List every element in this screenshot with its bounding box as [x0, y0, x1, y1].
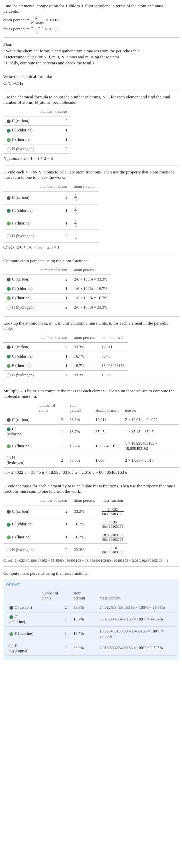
- table-row: Cl (chlorine) 1 1/6 × 100% = 16.7%: [3, 284, 111, 293]
- atom-percent: 1/6 × 100% = 16.7%: [71, 293, 111, 303]
- circle-icon: [9, 644, 13, 648]
- circle-icon: [9, 632, 13, 636]
- table-row: F (fluorine) 1 16.7% 18.998403163 1 × 18…: [3, 439, 179, 453]
- col-natoms: number of atoms: [37, 496, 71, 505]
- table-row: Cl (chlorine) 1 16: [3, 204, 99, 217]
- atom-percent: 2/6 × 100% = 33.3%: [71, 275, 111, 284]
- frac-num: 35.45: [102, 520, 124, 524]
- atom-count: 2: [37, 145, 71, 154]
- circle-icon: [7, 345, 11, 349]
- atom-count: 1: [37, 518, 71, 531]
- fraction-icon: N_i N_atoms: [30, 16, 45, 24]
- atom-percent: 16.7%: [70, 626, 96, 641]
- mass-fraction-table: number of atoms atom percent mass fracti…: [3, 496, 128, 556]
- element-name: C (carbon): [12, 118, 29, 123]
- table-row: Cl (chlorine) 1 16.7% 35.45: [3, 352, 128, 361]
- frac-den: 6: [74, 236, 77, 240]
- atom-percent: 16.7%: [71, 352, 98, 361]
- mass-table: number of atoms atom percent atomic mass…: [3, 401, 179, 468]
- mass-calc: 1 × 35.45 = 35.45: [122, 425, 179, 439]
- col-atompercent: atom percent: [71, 333, 98, 343]
- col-massfraction: mass fraction: [98, 496, 128, 505]
- answer-box: Answer: number of atoms atom percent mas…: [3, 579, 179, 660]
- atom-count: 1: [35, 425, 66, 439]
- circle-icon: [7, 119, 11, 123]
- table-row: F (fluorine) 1 16: [3, 217, 99, 229]
- circle-icon: [7, 364, 11, 368]
- atom-count: 2: [37, 229, 71, 242]
- frac-den: 80.486403163: [102, 550, 124, 554]
- atomic-mass: 18.998403163: [98, 361, 128, 371]
- atom-percent: 33.3%: [70, 641, 96, 655]
- mass-calc: 2 × 12.011 = 24.022: [122, 415, 179, 425]
- table-row: F (fluorine) 1 16.7% 18.998403163: [3, 361, 128, 371]
- atom-count: 2: [38, 603, 70, 612]
- check-mass-fractions: Check: 24.022/80.486403163 + 35.45/80.48…: [3, 558, 179, 562]
- divider: [3, 566, 179, 567]
- circle-icon: [7, 427, 11, 431]
- fraction-icon: 2.01680.486403163: [102, 546, 124, 554]
- mass-percent: 2.016/80.486403163 × 100% = 2.505%: [96, 641, 176, 655]
- circle-icon: [7, 129, 11, 133]
- fraction-icon: 16: [74, 207, 77, 215]
- chemical-formula: CFCl=CH₂: [3, 81, 179, 86]
- circle-icon: [7, 373, 11, 377]
- mass-calc: 1 × 18.998403163 = 18.998403163: [122, 439, 179, 453]
- circle-icon: [7, 148, 11, 151]
- fraction-icon: 26: [74, 232, 77, 240]
- frac-den: m: [30, 29, 43, 33]
- atom-count: 2: [35, 415, 66, 425]
- element-name: F (fluorine): [15, 631, 33, 636]
- atom-count: 1: [37, 361, 71, 371]
- atom-count: 2: [37, 275, 71, 284]
- atom-percent: 16.7%: [71, 531, 98, 544]
- col-natoms: number of atoms: [37, 266, 71, 275]
- frac-num: 2: [74, 193, 77, 198]
- atom-percent-formula: atom percent = N_i N_atoms × 100%: [3, 16, 179, 24]
- frac-den: 6: [74, 198, 77, 202]
- plan-item: • Write the chemical formula and gather …: [3, 49, 179, 54]
- fraction-icon: 24.02280.486403163: [102, 507, 124, 516]
- col-element: [3, 182, 37, 191]
- col-atompercent: atom percent: [70, 589, 96, 603]
- atom-count: 1: [37, 126, 71, 135]
- count-atoms-text: Use the chemical formula to count the nu…: [3, 94, 179, 105]
- mass-percent-tail: × 100%: [45, 26, 58, 31]
- element-name: C (carbon): [12, 509, 29, 514]
- circle-icon: [7, 196, 11, 200]
- atom-count: 1: [37, 352, 71, 361]
- atom-count: 1: [37, 284, 71, 293]
- element-name: H (hydrogen): [12, 373, 34, 377]
- table-row: Cl (chlorine) 1 16.7% 35.45 1 × 35.45 = …: [3, 425, 179, 439]
- atom-count: 2: [38, 641, 70, 655]
- atom-count: 2: [37, 303, 71, 312]
- divider: [3, 316, 179, 317]
- table-row: Cl (chlorine) 1 16.7% 35.45/80.486403163…: [6, 612, 176, 626]
- element-name: Cl (chlorine): [12, 208, 33, 213]
- frac-den: 80.486403163: [102, 537, 124, 541]
- atom-count: 1: [37, 135, 71, 145]
- compute-mass-pct-text: Compute mass percents using the mass fra…: [3, 571, 179, 576]
- col-atompercent: atom percent: [71, 266, 111, 275]
- mass-calc: 2 × 1.008 = 2.016: [122, 453, 179, 468]
- element-name: F (fluorine): [12, 444, 31, 448]
- fraction-icon: 16: [74, 219, 77, 227]
- table-row: C (carbon) 2 33.3% 24.022/80.486403163 ×…: [6, 603, 176, 612]
- circle-icon: [9, 615, 13, 619]
- table-row: F (fluorine) 1 16.7% 18.99840316380.4864…: [3, 531, 128, 544]
- col-atompercent: atom percent: [71, 496, 98, 505]
- atom-count: 1: [37, 293, 71, 303]
- circle-icon: [7, 444, 11, 448]
- atomic-mass: 1.008: [92, 453, 122, 468]
- compute-atom-pct-text: Compute atom percents using the atom fra…: [3, 258, 179, 264]
- divide-fraction-text: Divide each N_i by N_atoms to calculate …: [3, 169, 179, 180]
- atom-percent: 1/6 × 100% = 16.7%: [71, 284, 111, 293]
- atom-count: 2: [37, 371, 71, 380]
- col-natoms: number of atoms: [37, 107, 71, 117]
- col-natoms: number of atoms: [38, 589, 70, 603]
- atom-percent-table: number of atoms atom percent C (carbon) …: [3, 266, 111, 312]
- atom-count: 2: [37, 117, 71, 126]
- table-row: H (hydrogen) 2 33.3% 1.008: [3, 371, 128, 380]
- multiply-text: Multiply N_i by m_i to compute the mass …: [3, 388, 179, 399]
- circle-icon: [7, 510, 11, 514]
